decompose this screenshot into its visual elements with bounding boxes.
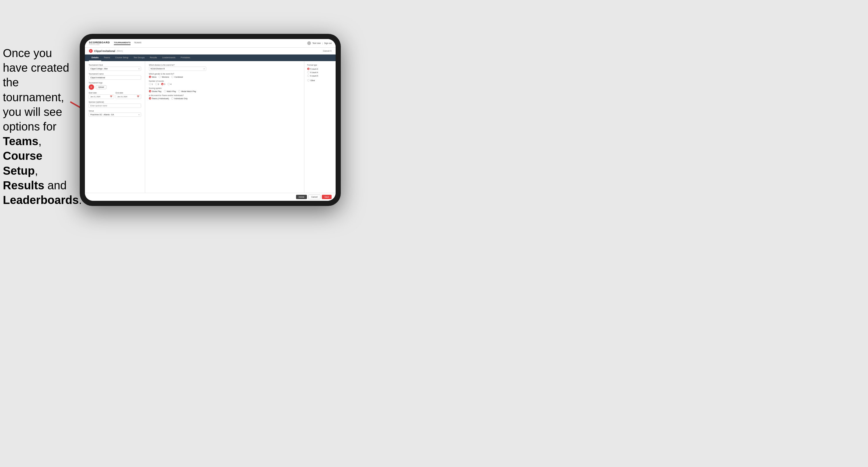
venue-chevron-icon: ▾ <box>138 114 140 116</box>
gender-womens-radio[interactable]: Womens <box>159 76 169 78</box>
start-date-input[interactable]: Jan 21, 2024 📅 <box>89 94 114 99</box>
tournament-logo-label: Tournament logo <box>89 82 141 84</box>
tablet-frame: SCOREBOARD Powered by clippd TOURNAMENTS… <box>80 34 341 206</box>
format-other-radio[interactable]: Other <box>307 79 333 82</box>
center-options-panel: Which division is the event for? NCAA Di… <box>145 61 304 193</box>
venue-select[interactable]: Peachtree GC - Atlanta - GA ▾ <box>89 113 141 117</box>
format-6count4-radio[interactable]: 6 count 4 <box>307 71 333 73</box>
division-label: Which division is the event for? <box>149 64 300 66</box>
logo: SCOREBOARD Powered by clippd <box>89 41 110 45</box>
format-5count4-radio[interactable]: 5 count 4 <box>307 68 333 70</box>
top-nav: SCOREBOARD Powered by clippd TOURNAMENTS… <box>85 39 336 48</box>
rounds-1-radio[interactable]: 1 <box>149 83 153 85</box>
user-avatar <box>307 41 311 45</box>
teams-individuals-label: Is this event for Teams and/or Individua… <box>149 94 300 96</box>
tournament-host-select[interactable]: Clippd College - Men ▾ <box>89 67 141 71</box>
scoring-medal-radio[interactable]: Medal Match Play <box>178 90 196 92</box>
start-date-group: Start date Jan 21, 2024 📅 <box>89 92 114 99</box>
save-button[interactable]: Save <box>322 195 332 199</box>
nav-tournaments[interactable]: TOURNAMENTS <box>114 41 130 45</box>
rounds-2-radio[interactable]: 2 <box>155 83 159 85</box>
rounds-4-radio[interactable]: 4 <box>167 83 172 85</box>
rounds-3-radio[interactable]: 3 <box>161 83 165 85</box>
nav-teams[interactable]: TEAMS <box>134 41 142 45</box>
action-bar: Delete Cancel Save <box>85 193 336 201</box>
tournament-logo-group: Tournament logo C Upload <box>89 82 141 90</box>
tournament-name-group: Tournament name <box>89 73 141 80</box>
tournament-gender: (Men) <box>117 50 123 52</box>
division-chevron-icon: ▾ <box>204 68 205 70</box>
scoring-match-radio[interactable]: Match Play <box>164 90 176 92</box>
teams-individuals-teams-radio[interactable]: Teams (+Individuals) <box>149 97 169 99</box>
chevron-down-icon: ▾ <box>138 68 140 70</box>
scoring-group: Scoring system Stroke Play Match Play <box>149 87 300 92</box>
venue-group: Venue Peachtree GC - Atlanta - GA ▾ <box>89 110 141 117</box>
gender-label: Which gender is the event for? <box>149 73 300 75</box>
teams-individuals-group: Is this event for Teams and/or Individua… <box>149 94 300 99</box>
tournament-icon: C <box>89 49 93 53</box>
tab-tee-groups[interactable]: Tee Groups <box>131 55 148 61</box>
calendar-icon: 📅 <box>110 96 113 98</box>
rounds-group: Number of rounds 1 2 <box>149 80 300 85</box>
user-area: Test User | Sign out <box>307 41 332 45</box>
tab-results[interactable]: Results <box>147 55 159 61</box>
tab-course-setup[interactable]: Course Setup <box>113 55 131 61</box>
rounds-label: Number of rounds <box>149 80 300 82</box>
division-group: Which division is the event for? NCAA Di… <box>149 64 300 71</box>
end-date-input[interactable]: Jan 23, 2024 📅 <box>116 94 141 99</box>
gender-group: Which gender is the event for? Mens Wome <box>149 73 300 78</box>
scoring-label: Scoring system <box>149 87 300 89</box>
left-form-panel: Tournament Host Clippd College - Men ▾ T… <box>85 61 145 193</box>
gender-mens-radio[interactable]: Mens <box>149 76 156 78</box>
end-date-group: End date Jan 23, 2024 📅 <box>116 92 141 99</box>
start-date-label: Start date <box>89 92 114 94</box>
tab-details[interactable]: Details <box>89 55 101 61</box>
format-label: Format type <box>307 64 333 66</box>
tournament-name-input[interactable] <box>89 75 141 80</box>
scoring-stroke-radio[interactable]: Stroke Play <box>149 90 161 92</box>
cancel-button[interactable]: Cancel <box>308 194 320 199</box>
end-date-label: End date <box>116 92 141 94</box>
venue-label: Venue <box>89 110 141 112</box>
tournament-name-label: Tournament name <box>89 73 141 75</box>
user-name: Test User <box>312 42 321 44</box>
format-6count5-radio[interactable]: 6 count 5 <box>307 74 333 77</box>
sponsor-group: Sponsor (optional) <box>89 101 141 108</box>
delete-button[interactable]: Delete <box>296 195 307 199</box>
format-panel: Format type 5 count 4 6 count 4 6 count <box>304 61 336 193</box>
tab-teams[interactable]: Teams <box>101 55 113 61</box>
tournament-host-label: Tournament Host <box>89 64 141 66</box>
sign-out-link[interactable]: Sign out <box>324 42 332 44</box>
division-select[interactable]: NCAA Division III ▾ <box>149 67 206 71</box>
gender-combined-radio[interactable]: Combined <box>171 76 183 78</box>
tournament-name: Clippd Invitational <box>94 50 115 53</box>
date-row: Start date Jan 21, 2024 📅 End date Jan 2… <box>89 92 141 99</box>
calendar-end-icon: 📅 <box>137 96 140 98</box>
tab-leaderboards[interactable]: Leaderboards <box>159 55 178 61</box>
tab-bar: Details Teams Course Setup Tee Groups Re… <box>85 55 336 61</box>
tournament-header: C Clippd Invitational (Men) Cancel X <box>85 48 336 55</box>
tab-printables[interactable]: Printables <box>178 55 193 61</box>
sponsor-input[interactable] <box>89 103 141 108</box>
sponsor-label: Sponsor (optional) <box>89 101 141 103</box>
tournament-host-group: Tournament Host Clippd College - Men ▾ <box>89 64 141 71</box>
main-content: Tournament Host Clippd College - Men ▾ T… <box>85 61 336 193</box>
upload-button[interactable]: Upload <box>96 85 106 89</box>
teams-individuals-individuals-radio[interactable]: Individuals Only <box>171 97 187 99</box>
cancel-header[interactable]: Cancel X <box>323 50 332 52</box>
tablet-screen: SCOREBOARD Powered by clippd TOURNAMENTS… <box>85 39 336 201</box>
separator: | <box>322 42 323 44</box>
logo-icon: C <box>89 84 94 90</box>
